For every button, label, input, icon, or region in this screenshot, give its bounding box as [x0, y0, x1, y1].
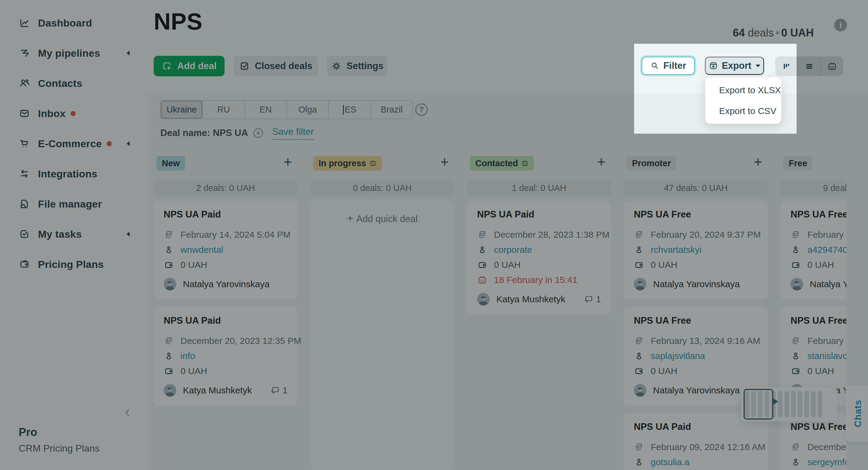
- deal-card[interactable]: NPS UA Free December sergeymfo 0 UAH: [780, 413, 846, 470]
- deal-contact-link[interactable]: rchvartatskyi: [651, 245, 701, 255]
- pipelines-icon: [19, 47, 30, 59]
- deal-date: February 0: [807, 336, 846, 346]
- board-scroll-pager[interactable]: [741, 387, 837, 421]
- contact-person-icon: [477, 245, 487, 255]
- view-kanban-button[interactable]: [775, 56, 798, 76]
- deal-card[interactable]: NPS UA Free February 20, 2024 9:37 PM rc…: [624, 201, 768, 299]
- deal-date: February 14, 2024 5:04 PM: [181, 230, 290, 240]
- deal-owner: Katya Mushketyk: [183, 385, 252, 395]
- contact-person-icon: [634, 351, 644, 361]
- save-filter-link[interactable]: Save filter: [272, 126, 314, 140]
- sidebar-item-dashboard[interactable]: Dashboard: [0, 8, 148, 38]
- sidebar-item-file-manager[interactable]: File manager: [0, 189, 148, 219]
- column-chip-in-progress[interactable]: In progress: [313, 156, 382, 171]
- page-title: NPS: [154, 8, 203, 35]
- remove-filter-icon[interactable]: [253, 127, 264, 139]
- pager-bar: [784, 391, 789, 417]
- deal-contact-link[interactable]: sergeymfo: [807, 457, 846, 467]
- deal-amount: 0 UAH: [807, 260, 834, 270]
- wallet-icon: [790, 366, 801, 376]
- settings-button[interactable]: Settings: [327, 56, 387, 76]
- view-switcher: [775, 56, 843, 76]
- column-chip-free[interactable]: Free: [783, 156, 812, 171]
- deal-owner: Natalya Yarovinskaya: [653, 279, 740, 289]
- sidebar-item-my-tasks[interactable]: My tasks: [0, 219, 148, 249]
- sidebar-item-contacts[interactable]: Contacts: [0, 68, 148, 98]
- deal-contact-link[interactable]: wnwdental: [181, 245, 223, 255]
- sidebar-item-ecommerce[interactable]: E-Commerce: [0, 128, 148, 159]
- closed-deals-button[interactable]: Closed deals: [234, 56, 318, 76]
- sidebar-item-inbox[interactable]: Inbox: [0, 98, 148, 128]
- tab-brazil[interactable]: Brazil: [370, 101, 412, 119]
- deal-contact-link[interactable]: a42947406: [807, 245, 846, 255]
- sidebar-item-integrations[interactable]: Integrations: [0, 159, 148, 189]
- deal-card[interactable]: NPS UA Paid December 28, 2023 1:38 PM co…: [467, 201, 611, 315]
- tab-es[interactable]: ES: [328, 101, 370, 119]
- avatar: [164, 384, 176, 397]
- add-deal-button[interactable]: Add deal: [154, 56, 224, 76]
- avatar: [790, 278, 803, 291]
- comments-count: 1: [283, 385, 287, 395]
- help-icon[interactable]: ?: [415, 104, 428, 116]
- deal-card[interactable]: NPS UA Paid February 14, 2024 5:04 PM wn…: [153, 201, 298, 299]
- column-chip-contacted[interactable]: Contacted: [470, 156, 534, 171]
- task-board-icon: [634, 442, 644, 452]
- deal-card[interactable]: NPS UA Paid February 09, 2024 12:16 AM g…: [624, 413, 768, 470]
- add-deal-to-column-button[interactable]: +: [284, 153, 292, 171]
- deal-date: December: [807, 442, 846, 452]
- text-cursor: [343, 105, 344, 115]
- add-quick-deal-button[interactable]: +Add quick deal: [310, 212, 455, 225]
- ecommerce-notification-dot: [107, 141, 112, 146]
- deal-contact-link[interactable]: saplajsvitlana: [651, 351, 705, 361]
- deal-contact-link[interactable]: corporate: [494, 245, 532, 255]
- submenu-collapsed-arrow-icon: [127, 141, 130, 146]
- gear-icon: [331, 61, 342, 71]
- column-count-bar: 9 deals: 0 UAH: [780, 180, 846, 196]
- plan-subtitle[interactable]: CRM Pricing Plans: [19, 443, 100, 454]
- add-deal-to-column-button[interactable]: +: [597, 153, 606, 171]
- contact-person-icon: [790, 245, 801, 255]
- column-chip-new[interactable]: New: [156, 156, 185, 171]
- deal-card[interactable]: NPS UA Free February 0 a42947406 0 UAH N…: [780, 201, 846, 299]
- column-chip-promoter[interactable]: Promoter: [627, 156, 676, 171]
- pager-window[interactable]: [744, 389, 773, 420]
- sidebar-item-my-pipelines[interactable]: My pipelines: [0, 38, 148, 68]
- sidebar-item-label: Contacts: [38, 78, 82, 89]
- deal-title: NPS UA Free: [634, 209, 758, 220]
- menu-item-export-csv[interactable]: Export to CSV: [705, 100, 781, 121]
- menu-item-export-xlsx[interactable]: Export to XLSX: [705, 80, 781, 100]
- deal-contact-link[interactable]: gotsulia.a: [651, 457, 689, 467]
- view-list-button[interactable]: [798, 56, 820, 76]
- info-icon[interactable]: i: [834, 19, 847, 31]
- sidebar-item-label: Dashboard: [38, 17, 92, 29]
- add-deal-to-column-button[interactable]: +: [440, 153, 449, 171]
- deal-contact-link[interactable]: stanislavch: [807, 351, 846, 361]
- tab-olga[interactable]: Olga: [286, 101, 328, 119]
- pipeline-tabs: Ukraine RU EN Olga ES Brazil: [160, 100, 413, 119]
- contact-person-icon: [634, 457, 644, 467]
- deal-card[interactable]: NPS UA Paid December 20, 2023 12:35 PM i…: [153, 307, 298, 406]
- tab-ukraine[interactable]: Ukraine: [161, 101, 202, 119]
- deal-contact-link[interactable]: info: [181, 351, 195, 361]
- filter-button[interactable]: Filter: [642, 57, 695, 75]
- sidebar-collapse-chevron-icon[interactable]: ‹: [125, 404, 130, 419]
- add-deal-to-column-button[interactable]: +: [754, 153, 762, 171]
- sidebar-item-label: E-Commerce: [38, 138, 102, 150]
- total-amount: 0 UAH: [781, 27, 814, 39]
- deal-date: February 20, 2024 9:37 PM: [651, 230, 761, 240]
- crm-app: Dashboard My pipelines Contacts Inbox E-…: [0, 0, 868, 470]
- view-calendar-button[interactable]: [820, 56, 843, 76]
- tab-en[interactable]: EN: [244, 101, 286, 119]
- sidebar-item-pricing-plans[interactable]: Pricing Plans: [0, 249, 148, 280]
- tasks-check-icon: [19, 228, 30, 240]
- deal-amount: 0 UAH: [494, 260, 521, 270]
- contacts-icon: [19, 78, 30, 89]
- avatar: [634, 278, 647, 291]
- avatar: [164, 278, 176, 291]
- sidebar: Dashboard My pipelines Contacts Inbox E-…: [0, 0, 148, 470]
- submenu-collapsed-arrow-icon: [127, 51, 130, 56]
- export-button[interactable]: Export: [705, 57, 764, 75]
- column-count-bar: 2 deals: 0 UAH: [153, 180, 298, 196]
- tab-ru[interactable]: RU: [202, 101, 244, 119]
- chats-tab[interactable]: Chats: [846, 385, 868, 442]
